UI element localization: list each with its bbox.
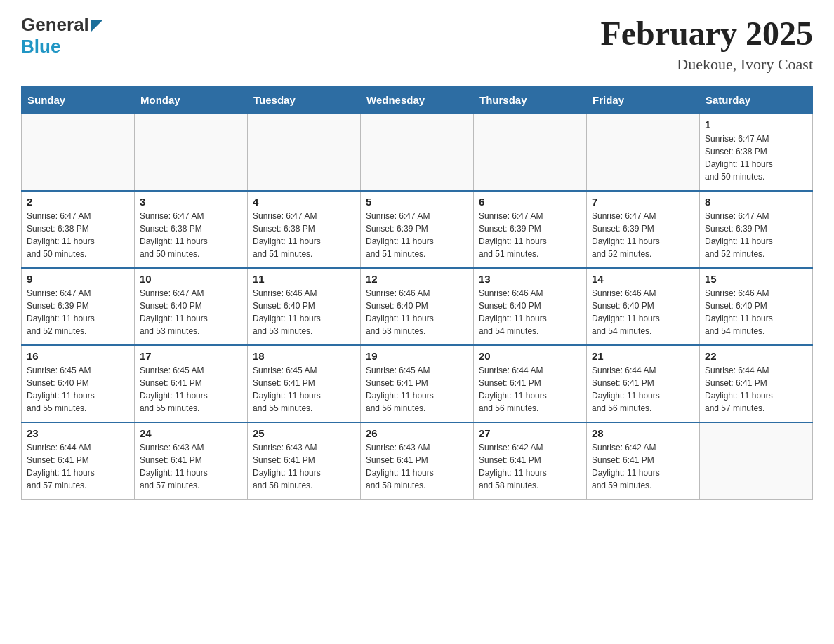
calendar-table: SundayMondayTuesdayWednesdayThursdayFrid… [21, 86, 813, 500]
svg-marker-0 [91, 20, 103, 32]
day-number: 23 [27, 427, 129, 439]
day-info: Sunrise: 6:44 AM Sunset: 6:41 PM Dayligh… [479, 364, 581, 415]
day-number: 20 [479, 350, 581, 362]
day-number: 27 [479, 427, 581, 439]
calendar-day: 18Sunrise: 6:45 AM Sunset: 6:41 PM Dayli… [248, 345, 361, 422]
logo: General Blue [21, 14, 103, 58]
calendar-day: 10Sunrise: 6:47 AM Sunset: 6:40 PM Dayli… [135, 268, 248, 345]
day-info: Sunrise: 6:45 AM Sunset: 6:41 PM Dayligh… [253, 364, 355, 415]
calendar-day: 17Sunrise: 6:45 AM Sunset: 6:41 PM Dayli… [135, 345, 248, 422]
day-number: 4 [253, 196, 355, 208]
day-info: Sunrise: 6:47 AM Sunset: 6:40 PM Dayligh… [140, 287, 242, 337]
day-info: Sunrise: 6:46 AM Sunset: 6:40 PM Dayligh… [366, 287, 468, 337]
calendar-day: 16Sunrise: 6:45 AM Sunset: 6:40 PM Dayli… [22, 345, 135, 422]
calendar-day: 13Sunrise: 6:46 AM Sunset: 6:40 PM Dayli… [474, 268, 587, 345]
calendar-day: 8Sunrise: 6:47 AM Sunset: 6:39 PM Daylig… [700, 191, 813, 268]
week-row: 9Sunrise: 6:47 AM Sunset: 6:39 PM Daylig… [22, 268, 813, 345]
calendar-day: 25Sunrise: 6:43 AM Sunset: 6:41 PM Dayli… [248, 422, 361, 499]
day-number: 12 [366, 273, 468, 285]
calendar-day: 15Sunrise: 6:46 AM Sunset: 6:40 PM Dayli… [700, 268, 813, 345]
day-number: 24 [140, 427, 242, 439]
calendar-day [587, 114, 700, 191]
calendar-day: 24Sunrise: 6:43 AM Sunset: 6:41 PM Dayli… [135, 422, 248, 499]
calendar-day [135, 114, 248, 191]
calendar-day: 28Sunrise: 6:42 AM Sunset: 6:41 PM Dayli… [587, 422, 700, 499]
day-info: Sunrise: 6:47 AM Sunset: 6:38 PM Dayligh… [27, 210, 129, 260]
day-number: 5 [366, 196, 468, 208]
calendar-day: 5Sunrise: 6:47 AM Sunset: 6:39 PM Daylig… [361, 191, 474, 268]
day-number: 25 [253, 427, 355, 439]
logo-text-general: General [21, 14, 89, 36]
calendar-day: 26Sunrise: 6:43 AM Sunset: 6:41 PM Dayli… [361, 422, 474, 499]
calendar-day: 19Sunrise: 6:45 AM Sunset: 6:41 PM Dayli… [361, 345, 474, 422]
day-info: Sunrise: 6:46 AM Sunset: 6:40 PM Dayligh… [592, 287, 694, 337]
calendar-day: 9Sunrise: 6:47 AM Sunset: 6:39 PM Daylig… [22, 268, 135, 345]
day-number: 6 [479, 196, 581, 208]
day-number: 22 [705, 350, 807, 362]
day-info: Sunrise: 6:47 AM Sunset: 6:39 PM Dayligh… [27, 287, 129, 337]
page-title: February 2025 [600, 14, 813, 53]
title-block: February 2025 Duekoue, Ivory Coast [600, 14, 813, 74]
calendar-day: 27Sunrise: 6:42 AM Sunset: 6:41 PM Dayli… [474, 422, 587, 499]
day-info: Sunrise: 6:42 AM Sunset: 6:41 PM Dayligh… [592, 441, 694, 492]
calendar-header-friday: Friday [587, 87, 700, 114]
day-info: Sunrise: 6:46 AM Sunset: 6:40 PM Dayligh… [705, 287, 807, 337]
calendar-day: 7Sunrise: 6:47 AM Sunset: 6:39 PM Daylig… [587, 191, 700, 268]
calendar-day: 20Sunrise: 6:44 AM Sunset: 6:41 PM Dayli… [474, 345, 587, 422]
day-number: 9 [27, 273, 129, 285]
calendar-header-saturday: Saturday [700, 87, 813, 114]
day-info: Sunrise: 6:42 AM Sunset: 6:41 PM Dayligh… [479, 441, 581, 492]
day-number: 2 [27, 196, 129, 208]
logo-arrow-icon [91, 20, 103, 32]
calendar-day: 2Sunrise: 6:47 AM Sunset: 6:38 PM Daylig… [22, 191, 135, 268]
page-header: General Blue February 2025 Duekoue, Ivor… [21, 14, 813, 74]
day-number: 11 [253, 273, 355, 285]
calendar-day [361, 114, 474, 191]
calendar-header-row: SundayMondayTuesdayWednesdayThursdayFrid… [22, 87, 813, 114]
week-row: 23Sunrise: 6:44 AM Sunset: 6:41 PM Dayli… [22, 422, 813, 499]
calendar-header-tuesday: Tuesday [248, 87, 361, 114]
day-info: Sunrise: 6:47 AM Sunset: 6:38 PM Dayligh… [140, 210, 242, 260]
calendar-day: 23Sunrise: 6:44 AM Sunset: 6:41 PM Dayli… [22, 422, 135, 499]
calendar-day: 3Sunrise: 6:47 AM Sunset: 6:38 PM Daylig… [135, 191, 248, 268]
calendar-header-wednesday: Wednesday [361, 87, 474, 114]
calendar-day: 21Sunrise: 6:44 AM Sunset: 6:41 PM Dayli… [587, 345, 700, 422]
day-info: Sunrise: 6:47 AM Sunset: 6:39 PM Dayligh… [705, 210, 807, 260]
day-info: Sunrise: 6:44 AM Sunset: 6:41 PM Dayligh… [27, 441, 129, 492]
calendar-day: 12Sunrise: 6:46 AM Sunset: 6:40 PM Dayli… [361, 268, 474, 345]
day-info: Sunrise: 6:47 AM Sunset: 6:39 PM Dayligh… [479, 210, 581, 260]
day-info: Sunrise: 6:47 AM Sunset: 6:39 PM Dayligh… [366, 210, 468, 260]
week-row: 16Sunrise: 6:45 AM Sunset: 6:40 PM Dayli… [22, 345, 813, 422]
day-info: Sunrise: 6:43 AM Sunset: 6:41 PM Dayligh… [140, 441, 242, 492]
day-number: 26 [366, 427, 468, 439]
page-subtitle: Duekoue, Ivory Coast [600, 55, 813, 74]
week-row: 2Sunrise: 6:47 AM Sunset: 6:38 PM Daylig… [22, 191, 813, 268]
day-info: Sunrise: 6:45 AM Sunset: 6:41 PM Dayligh… [140, 364, 242, 415]
day-number: 16 [27, 350, 129, 362]
day-info: Sunrise: 6:43 AM Sunset: 6:41 PM Dayligh… [366, 441, 468, 492]
calendar-header-monday: Monday [135, 87, 248, 114]
day-number: 8 [705, 196, 807, 208]
day-number: 7 [592, 196, 694, 208]
day-info: Sunrise: 6:47 AM Sunset: 6:39 PM Dayligh… [592, 210, 694, 260]
day-info: Sunrise: 6:45 AM Sunset: 6:40 PM Dayligh… [27, 364, 129, 415]
day-info: Sunrise: 6:47 AM Sunset: 6:38 PM Dayligh… [253, 210, 355, 260]
day-number: 1 [705, 119, 807, 130]
day-number: 21 [592, 350, 694, 362]
day-number: 14 [592, 273, 694, 285]
day-number: 28 [592, 427, 694, 439]
logo-text-blue: Blue [21, 36, 60, 57]
day-number: 10 [140, 273, 242, 285]
day-info: Sunrise: 6:46 AM Sunset: 6:40 PM Dayligh… [479, 287, 581, 337]
day-number: 19 [366, 350, 468, 362]
calendar-day: 11Sunrise: 6:46 AM Sunset: 6:40 PM Dayli… [248, 268, 361, 345]
day-info: Sunrise: 6:44 AM Sunset: 6:41 PM Dayligh… [705, 364, 807, 415]
day-number: 3 [140, 196, 242, 208]
week-row: 1Sunrise: 6:47 AM Sunset: 6:38 PM Daylig… [22, 114, 813, 191]
calendar-day: 14Sunrise: 6:46 AM Sunset: 6:40 PM Dayli… [587, 268, 700, 345]
day-info: Sunrise: 6:45 AM Sunset: 6:41 PM Dayligh… [366, 364, 468, 415]
calendar-day: 4Sunrise: 6:47 AM Sunset: 6:38 PM Daylig… [248, 191, 361, 268]
calendar-day [474, 114, 587, 191]
day-number: 15 [705, 273, 807, 285]
day-info: Sunrise: 6:46 AM Sunset: 6:40 PM Dayligh… [253, 287, 355, 337]
